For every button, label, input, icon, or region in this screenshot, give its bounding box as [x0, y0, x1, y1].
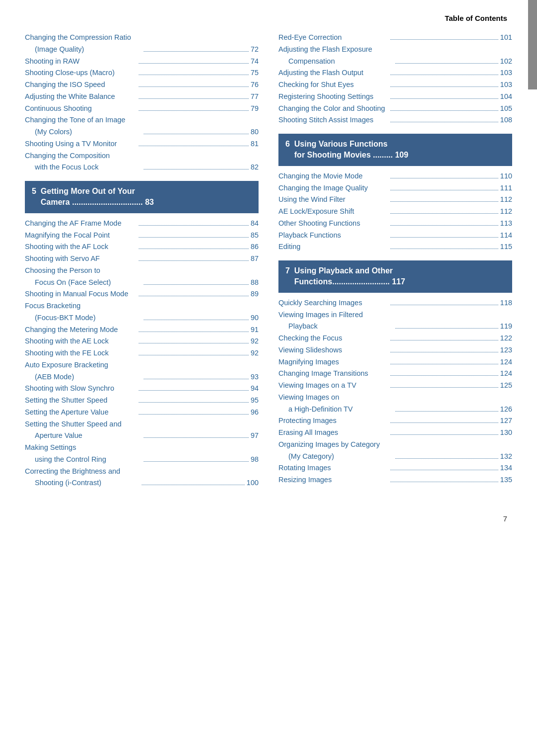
toc-entry: Viewing Images on a TV 125	[278, 380, 512, 391]
dotted-line	[139, 343, 249, 343]
toc-entry: (AEB Mode) 93	[25, 372, 259, 383]
content-area: Changing the Compression Ratio (Image Qu…	[0, 27, 537, 504]
entry-title: Playback	[288, 321, 393, 332]
entry-title: Shooting with Slow Synchro	[25, 383, 137, 394]
toc-entry: Continuous Shooting 79	[25, 103, 259, 114]
toc-entry: Erasing All Images 130	[278, 427, 512, 438]
page-num: 80	[251, 127, 259, 138]
page-num: 114	[500, 230, 512, 241]
page-num: 118	[500, 298, 512, 309]
toc-entry: AE Lock/Exposure Shift 112	[278, 206, 512, 217]
dotted-line	[390, 213, 498, 214]
dotted-line	[139, 414, 249, 415]
entry-title: Viewing Images on a TV	[278, 380, 388, 391]
entry-title: Checking the Focus	[278, 333, 388, 344]
page-num: 86	[251, 242, 259, 252]
page-num: 124	[500, 357, 512, 368]
dotted-line	[139, 332, 249, 332]
dotted-line	[144, 437, 249, 438]
page-num: 90	[251, 313, 259, 324]
entry-title: a High-Definition TV	[288, 404, 393, 415]
entry-title: Changing the Tone of an Image	[25, 115, 259, 126]
dotted-line	[390, 201, 498, 202]
entry-title: Adjusting the Flash Output	[278, 68, 388, 79]
page-num: 74	[251, 56, 259, 67]
toc-entry: Changing the Tone of an Image	[25, 115, 259, 126]
dotted-line	[144, 320, 249, 320]
left-column: Changing the Compression Ratio (Image Qu…	[25, 32, 259, 490]
toc-entry: Checking for Shut Eyes 103	[278, 80, 512, 90]
toc-entry: Changing the ISO Speed 76	[25, 80, 259, 90]
entry-title: Setting the Shutter Speed	[25, 395, 137, 406]
page-num: 123	[500, 345, 512, 356]
page-num: 105	[500, 103, 512, 114]
toc-entry: Magnifying the Focal Point 85	[25, 230, 259, 241]
toc-entry: with the Focus Lock 82	[25, 162, 259, 173]
page-num: 111	[500, 183, 512, 194]
page-num: 119	[500, 321, 512, 332]
section-5-header: 5 Getting More Out of Your Camera ......…	[25, 181, 259, 213]
toc-entry: Shooting with the AF Lock 86	[25, 242, 259, 252]
dotted-line	[144, 51, 249, 52]
dotted-line	[139, 390, 249, 391]
entry-title: (AEB Mode)	[35, 372, 142, 383]
page-num: 115	[500, 242, 512, 252]
entry-title: Changing Image Transitions	[278, 368, 388, 379]
toc-entry: Red-Eye Correction 101	[278, 32, 512, 43]
entry-title: Shooting (i-Contrast)	[35, 478, 140, 489]
page-num: 96	[251, 407, 259, 418]
entry-title: Viewing Images in Filtered	[278, 310, 512, 321]
toc-entry: Shooting in RAW 74	[25, 56, 259, 67]
toc-entry: Setting the Shutter Speed and	[25, 419, 259, 430]
page-num: 110	[500, 171, 512, 182]
dotted-line	[142, 485, 245, 485]
entry-title: Rotating Images	[278, 463, 388, 474]
entry-title: Quickly Searching Images	[278, 298, 388, 309]
toc-entry: (My Colors) 80	[25, 127, 259, 138]
entry-title: AE Lock/Exposure Shift	[278, 206, 388, 217]
dotted-line	[144, 169, 249, 169]
dotted-line	[390, 86, 498, 87]
section-6-number: 6	[285, 140, 294, 148]
toc-entry: Viewing Images on	[278, 392, 512, 403]
toc-entry: Changing the Composition	[25, 151, 259, 162]
toc-entry: Aperture Value 97	[25, 430, 259, 441]
toc-entry: Playback Functions 114	[278, 230, 512, 241]
entry-title: Shooting in Manual Focus Mode	[25, 289, 137, 300]
toc-entry: Auto Exposure Bracketing	[25, 360, 259, 371]
entry-title: Correcting the Brightness and	[25, 466, 259, 477]
page-num: 135	[500, 475, 512, 486]
entry-title: Shooting with the AF Lock	[25, 242, 137, 252]
toc-entry: Shooting (i-Contrast) 100	[25, 478, 259, 489]
dotted-line	[390, 375, 498, 376]
dotted-line	[390, 340, 498, 340]
page-num: 108	[500, 115, 512, 126]
dotted-line	[390, 39, 498, 40]
toc-entry: Shooting with Slow Synchro 94	[25, 383, 259, 394]
entry-title: Shooting Close-ups (Macro)	[25, 68, 137, 79]
tab-marker	[528, 0, 537, 89]
toc-entry: Setting the Shutter Speed 95	[25, 395, 259, 406]
dotted-line	[144, 134, 249, 134]
right-column: Red-Eye Correction 101 Adjusting the Fla…	[278, 32, 512, 490]
toc-entry: Shooting with Servo AF 87	[25, 253, 259, 264]
toc-entry: Viewing Slideshows 123	[278, 345, 512, 356]
entry-title: Registering Shooting Settings	[278, 91, 388, 102]
section-6-title: Using Various Functions for Shooting Mov…	[285, 140, 408, 159]
page-num: 88	[251, 277, 259, 288]
entry-title: Shooting with the AE Lock	[25, 336, 137, 347]
toc-entry: Shooting with the FE Lock 92	[25, 348, 259, 359]
page-num: 125	[500, 380, 512, 391]
entry-title: Checking for Shut Eyes	[278, 80, 388, 90]
toc-entry: Checking the Focus 122	[278, 333, 512, 344]
entry-title: Focus On (Face Select)	[35, 277, 142, 288]
toc-entry: Focus On (Face Select) 88	[25, 277, 259, 288]
entry-title: Adjusting the White Balance	[25, 91, 137, 102]
dotted-line	[139, 146, 249, 146]
entry-title: Protecting Images	[278, 416, 388, 426]
page-num: 101	[500, 32, 512, 43]
page-num: 79	[251, 103, 259, 114]
entry-title: Changing the Composition	[25, 151, 259, 162]
toc-entry: Focus Bracketing	[25, 301, 259, 312]
section-7-number: 7	[285, 266, 294, 275]
